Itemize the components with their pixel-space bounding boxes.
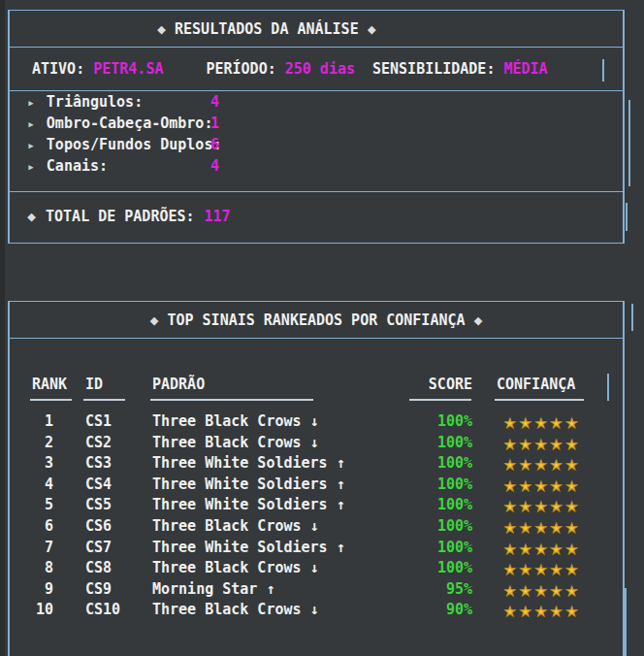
star-rating: ★★★★★ [504,411,582,433]
pattern-cell: Three Black Crows ↓ [152,600,319,621]
score-cell: 100% [416,558,472,579]
score-cell: 100% [416,411,472,433]
pattern-label: Topos/Fundos Duplos: [47,136,222,153]
rank-cell: 9 [32,579,53,601]
border-glitch [607,374,609,401]
pattern-cell: Three White Soldiers ↑ [152,475,345,496]
diamond-icon: ◆ [157,20,166,38]
pattern-count: 4 [210,155,219,177]
list-item: ▸Ombro-Cabeça-Ombro: 1 [10,113,623,134]
id-cell: CS1 [85,411,112,433]
sensibilidade-value: MÉDIA [503,60,547,78]
signals-panel: ◆ TOP SINAIS RANKEADOS POR CONFIANÇA ◆ R… [8,301,625,656]
total-patterns-row: ◆ TOTAL DE PADRÕES: 117 [10,192,623,240]
rank-cell: 8 [32,558,53,579]
header-underline [409,399,471,401]
star-rating: ★★★★★ [504,495,582,516]
sensibilidade-label: SENSIBILIDADE: [372,60,495,78]
pattern-cell: Three Black Crows ↓ [152,558,319,579]
border-glitch [626,203,628,231]
analysis-info-bar: ATIVO: PETR4.SA PERÍODO: 250 dias SENSIB… [10,48,623,91]
column-header-rank: RANK [32,374,67,395]
list-item: ▸Topos/Fundos Duplos: 6 [10,134,623,155]
score-cell: 100% [416,475,472,496]
rank-cell: 3 [32,453,53,475]
pattern-counts-list: ▸Triângulos: 4 ▸Ombro-Cabeça-Ombro: 1 ▸T… [10,91,623,192]
signals-table: RANK ID PADRÃO SCORE CONFIANÇA 1 CS1 Thr… [10,339,623,656]
pattern-label: Triângulos: [47,93,143,111]
star-rating: ★★★★★ [504,433,582,454]
pattern-cell: Three Black Crows ↓ [152,516,319,538]
signals-panel-title: TOP SINAIS RANKEADOS POR CONFIANÇA [167,312,465,329]
score-cell: 100% [416,516,472,538]
results-panel-header: ◆ RESULTADOS DA ANÁLISE ◆ [10,11,623,48]
id-cell: CS4 [85,475,112,496]
pattern-cell: Three Black Crows ↓ [152,433,319,454]
table-row: 1 CS1 Three Black Crows ↓ 100% ★★★★★ [10,411,623,433]
id-cell: CS5 [85,495,112,516]
rank-cell: 1 [32,411,53,433]
pattern-count: 1 [210,113,219,134]
score-cell: 95% [416,579,472,601]
table-row: 8 CS8 Three Black Crows ↓ 100% ★★★★★ [10,558,623,579]
pattern-cell: Three White Soldiers ↑ [152,538,345,559]
id-cell: CS6 [85,516,112,538]
periodo-label: PERÍODO: [206,60,275,78]
results-panel-title: RESULTADOS DA ANÁLISE [175,20,359,38]
bullet-icon: ▸ [27,95,35,110]
column-header-score: SCORE [416,374,472,395]
table-row: 7 CS7 Three White Soldiers ↑ 100% ★★★★★ [10,538,623,559]
ativo-value: PETR4.SA [93,60,163,78]
id-cell: CS2 [85,433,112,454]
header-underline [83,399,125,401]
star-rating: ★★★★★ [504,600,582,621]
table-row: 10 CS10 Three Black Crows ↓ 90% ★★★★★ [10,600,623,621]
id-cell: CS9 [85,579,112,601]
column-header-confianca: CONFIANÇA [497,374,575,395]
star-rating: ★★★★★ [504,538,582,559]
signals-panel-header: ◆ TOP SINAIS RANKEADOS POR CONFIANÇA ◆ [10,302,623,339]
header-underline [30,399,72,401]
column-header-id: ID [85,374,103,395]
id-cell: CS3 [85,453,112,475]
score-cell: 100% [416,538,472,559]
bullet-icon: ▸ [27,116,35,131]
table-row: 5 CS5 Three White Soldiers ↑ 100% ★★★★★ [10,495,623,516]
list-item: ▸Canais: 4 [10,155,623,177]
star-rating: ★★★★★ [504,453,582,475]
score-cell: 100% [416,495,472,516]
table-row: 2 CS2 Three Black Crows ↓ 100% ★★★★★ [10,433,623,454]
ativo-label: ATIVO: [32,60,84,78]
pattern-label: Ombro-Cabeça-Ombro: [47,115,213,132]
score-cell: 100% [416,433,472,454]
border-glitch [625,588,627,656]
score-cell: 90% [416,600,472,621]
diamond-icon: ◆ [27,208,36,225]
pattern-cell: Three White Soldiers ↑ [152,453,345,475]
border-glitch [628,100,630,186]
star-rating: ★★★★★ [504,558,582,579]
id-cell: CS10 [85,600,120,621]
score-cell: 100% [416,453,472,475]
column-header-padrao: PADRÃO [152,374,205,395]
header-underline [495,399,584,401]
star-rating: ★★★★★ [504,579,582,601]
diamond-icon: ◆ [149,312,158,329]
id-cell: CS8 [85,558,112,579]
id-cell: CS7 [85,538,112,559]
table-row: 9 CS9 Morning Star ↑ 95% ★★★★★ [10,579,623,601]
rank-cell: 2 [32,433,53,454]
bullet-icon: ▸ [27,138,35,152]
periodo-value: 250 dias [285,60,355,78]
table-row: 6 CS6 Three Black Crows ↓ 100% ★★★★★ [10,516,623,538]
table-row: 4 CS4 Three White Soldiers ↑ 100% ★★★★★ [10,475,623,496]
pattern-label: Canais: [47,157,108,175]
pattern-cell: Three Black Crows ↓ [152,411,319,433]
rank-cell: 10 [32,600,53,621]
header-underline [150,399,313,401]
results-panel: ◆ RESULTADOS DA ANÁLISE ◆ ATIVO: PETR4.S… [8,10,625,244]
rank-cell: 6 [32,516,53,538]
rank-cell: 5 [32,495,53,516]
total-patterns-label: TOTAL DE PADRÕES: [46,208,195,225]
list-item: ▸Triângulos: 4 [10,91,623,113]
